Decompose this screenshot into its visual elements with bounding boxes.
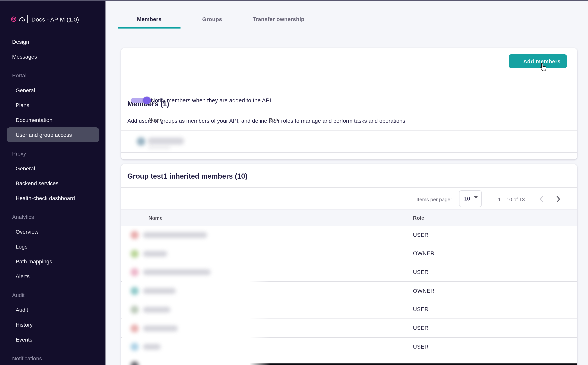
member-avatar-redacted bbox=[131, 287, 139, 295]
member-name-redacted bbox=[143, 288, 176, 294]
table-row[interactable]: PRIMARY_OWNER bbox=[121, 130, 577, 152]
member-name-redacted bbox=[143, 251, 167, 257]
group-col-name: Name bbox=[148, 215, 163, 221]
notify-members-toggle[interactable] bbox=[131, 96, 145, 104]
tab-groups[interactable]: Groups bbox=[180, 11, 244, 27]
sidebar-item-documentation[interactable]: Documentation bbox=[7, 112, 99, 127]
member-name-redacted bbox=[143, 344, 161, 350]
member-role: USER bbox=[413, 337, 429, 355]
member-name-redacted bbox=[143, 325, 178, 331]
members-col-role: Role bbox=[268, 117, 280, 123]
member-role: USER bbox=[413, 319, 429, 337]
logo-divider bbox=[27, 15, 28, 23]
chevron-left-icon[interactable] bbox=[540, 196, 543, 203]
notify-members-toggle-label: Notify members when they are added to th… bbox=[151, 96, 271, 104]
sidebar-logo-row: Docs - APIM (1.0) bbox=[0, 14, 105, 24]
member-name-redacted bbox=[143, 269, 211, 275]
member-name-redacted bbox=[143, 232, 207, 238]
chevron-right-icon[interactable] bbox=[556, 196, 560, 203]
sidebar-section-analytics: Analytics bbox=[7, 210, 99, 224]
sidebar-section-portal: Portal bbox=[7, 68, 99, 83]
member-role: OWNER bbox=[413, 244, 435, 262]
tab-bar: Members Groups Transfer ownership bbox=[118, 11, 313, 28]
members-card-description: Add users or groups as members of your A… bbox=[127, 117, 407, 124]
redaction-overlay bbox=[122, 226, 270, 365]
api-title: Docs - APIM (1.0) bbox=[31, 16, 79, 22]
items-per-page-select[interactable]: 10 bbox=[459, 190, 482, 207]
members-card: Members (1) Add users or groups as membe… bbox=[121, 48, 577, 159]
pagination-range: 1 – 10 of 13 bbox=[495, 197, 528, 203]
member-name-redacted bbox=[143, 307, 170, 313]
member-avatar-redacted bbox=[131, 324, 139, 332]
sidebar-item-events[interactable]: Events bbox=[7, 332, 99, 347]
sidebar-item-path-mappings[interactable]: Path mappings bbox=[7, 254, 99, 269]
items-per-page-value: 10 bbox=[464, 191, 470, 207]
sidebar-item-general[interactable]: General bbox=[7, 161, 99, 176]
member-role: USER bbox=[413, 300, 429, 318]
items-per-page-label: Items per page: bbox=[416, 197, 452, 203]
sidebar-item-backend-services[interactable]: Backend services bbox=[7, 176, 99, 191]
table-divider bbox=[121, 152, 577, 153]
sidebar-item-alerts[interactable]: Alerts bbox=[7, 269, 99, 284]
sidebar-item-health-check-dashboard[interactable]: Health-check dashboard bbox=[7, 191, 99, 206]
sidebar-item-user-and-group-access[interactable]: User and group access bbox=[7, 127, 99, 142]
member-avatar-redacted bbox=[131, 343, 139, 351]
member-role: USER bbox=[413, 226, 429, 244]
sidebar-item-history[interactable]: History bbox=[7, 317, 99, 332]
member-name-redacted bbox=[148, 138, 184, 145]
member-avatar-redacted bbox=[131, 231, 139, 239]
sidebar-section-proxy: Proxy bbox=[7, 146, 99, 161]
group-col-role: Role bbox=[413, 215, 424, 221]
member-role: USER bbox=[413, 263, 429, 281]
sidebar-section-audit: Audit bbox=[7, 288, 99, 302]
member-avatar-redacted bbox=[131, 361, 139, 365]
sidebar-item-messages[interactable]: Messages bbox=[7, 49, 99, 64]
sidebar-item-plans[interactable]: Plans bbox=[7, 98, 99, 112]
card-divider bbox=[121, 187, 577, 187]
sidebar-item-design[interactable]: Design bbox=[7, 34, 99, 49]
group-table-header: Name Role bbox=[121, 209, 577, 226]
sidebar-item-logs[interactable]: Logs bbox=[7, 239, 99, 254]
active-tab-indicator bbox=[118, 27, 180, 28]
tab-transfer-ownership[interactable]: Transfer ownership bbox=[244, 11, 313, 27]
window-top-edge bbox=[0, 0, 588, 1]
cloud-error-icon bbox=[18, 16, 25, 22]
member-avatar-redacted bbox=[131, 268, 139, 276]
app-window: Docs - APIM (1.0) DesignMessagesPortalGe… bbox=[0, 0, 588, 365]
member-avatar-redacted bbox=[137, 137, 145, 146]
member-avatar-redacted bbox=[131, 306, 139, 314]
group-card-title: Group test1 inherited members (10) bbox=[127, 172, 248, 181]
gravitee-logo-icon[interactable] bbox=[11, 16, 16, 22]
members-col-name: Name bbox=[148, 117, 163, 123]
tab-members[interactable]: Members bbox=[118, 11, 180, 27]
sidebar-item-overview[interactable]: Overview bbox=[7, 224, 99, 239]
add-members-button[interactable]: + Add members bbox=[509, 54, 567, 68]
member-role: OWNER bbox=[413, 281, 435, 300]
sidebar-section-notifications: Notifications bbox=[7, 351, 99, 365]
member-name-redacted bbox=[148, 146, 170, 149]
sidebar-item-general[interactable]: General bbox=[7, 83, 99, 98]
chevron-down-icon bbox=[474, 196, 478, 198]
toggle-thumb bbox=[143, 97, 151, 104]
member-avatar-redacted bbox=[131, 250, 139, 258]
sidebar-nav: DesignMessagesPortalGeneralPlansDocument… bbox=[0, 34, 105, 365]
sidebar-item-audit[interactable]: Audit bbox=[7, 302, 99, 317]
plus-icon: + bbox=[515, 58, 519, 64]
sidebar: Docs - APIM (1.0) DesignMessagesPortalGe… bbox=[0, 0, 105, 365]
